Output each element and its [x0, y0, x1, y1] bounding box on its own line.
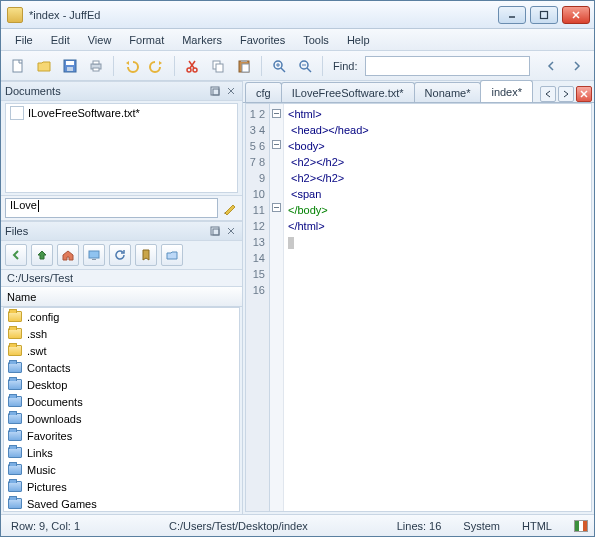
- zoom-out-button[interactable]: [294, 55, 316, 77]
- code-area[interactable]: <html> <head></head> <body> <h2></h2> <h…: [284, 104, 591, 511]
- clear-filter-icon[interactable]: [222, 200, 238, 216]
- copy-button[interactable]: [207, 55, 229, 77]
- cut-button[interactable]: [181, 55, 203, 77]
- menu-markers[interactable]: Markers: [174, 32, 230, 48]
- redo-button[interactable]: [146, 55, 168, 77]
- home-button[interactable]: [57, 244, 79, 266]
- flag-icon: [574, 520, 588, 532]
- find-next-button[interactable]: [566, 55, 588, 77]
- file-name: Links: [27, 447, 53, 459]
- file-row[interactable]: Documents: [4, 393, 239, 410]
- svg-line-21: [281, 68, 285, 72]
- document-item[interactable]: ILoveFreeSoftware.txt*: [6, 104, 237, 122]
- bookmark-button[interactable]: [135, 244, 157, 266]
- file-row[interactable]: Desktop: [4, 376, 239, 393]
- svg-rect-19: [242, 64, 249, 72]
- refresh-button[interactable]: [109, 244, 131, 266]
- code-editor[interactable]: 1 2 3 4 5 6 7 8 9 10 11 12 13 14 15 16 <…: [245, 103, 592, 512]
- undo-button[interactable]: [120, 55, 142, 77]
- tabs-scroll-left-button[interactable]: [540, 86, 556, 102]
- undock-icon[interactable]: [208, 224, 222, 238]
- menu-tools[interactable]: Tools: [295, 32, 337, 48]
- status-lines: Lines: 16: [393, 520, 446, 532]
- file-row[interactable]: Contacts: [4, 359, 239, 376]
- file-name: Pictures: [27, 481, 67, 493]
- documents-filter-input[interactable]: ILove: [5, 198, 218, 218]
- svg-rect-35: [89, 251, 99, 258]
- status-encoding[interactable]: System: [459, 520, 504, 532]
- find-input[interactable]: [365, 56, 530, 76]
- svg-rect-9: [93, 61, 99, 64]
- file-name: Saved Games: [27, 498, 97, 510]
- tabs-scroll-right-button[interactable]: [558, 86, 574, 102]
- files-column-header[interactable]: Name: [1, 287, 242, 307]
- maximize-button[interactable]: [530, 6, 558, 24]
- status-language[interactable]: HTML: [518, 520, 556, 532]
- file-row[interactable]: Saved Games: [4, 495, 239, 512]
- fold-column[interactable]: [270, 104, 284, 511]
- svg-rect-1: [541, 11, 548, 18]
- new-file-button[interactable]: [7, 55, 29, 77]
- folder-icon: [8, 430, 22, 441]
- file-row[interactable]: .ssh: [4, 325, 239, 342]
- menu-file[interactable]: File: [7, 32, 41, 48]
- close-button[interactable]: [562, 6, 590, 24]
- svg-rect-31: [211, 227, 219, 235]
- up-button[interactable]: [31, 244, 53, 266]
- save-button[interactable]: [59, 55, 81, 77]
- editor-tab[interactable]: ILoveFreeSoftware.txt*: [281, 82, 415, 102]
- paste-button[interactable]: [233, 55, 255, 77]
- new-folder-button[interactable]: [161, 244, 183, 266]
- files-panel-header: Files: [1, 221, 242, 241]
- menu-view[interactable]: View: [80, 32, 120, 48]
- toolbar-separator: [113, 56, 114, 76]
- documents-panel-header: Documents: [1, 81, 242, 101]
- file-row[interactable]: Music: [4, 461, 239, 478]
- menu-help[interactable]: Help: [339, 32, 378, 48]
- menu-edit[interactable]: Edit: [43, 32, 78, 48]
- file-row[interactable]: Links: [4, 444, 239, 461]
- documents-title: Documents: [5, 85, 61, 97]
- current-path[interactable]: C:/Users/Test: [1, 269, 242, 287]
- files-title: Files: [5, 225, 28, 237]
- menu-format[interactable]: Format: [121, 32, 172, 48]
- file-row[interactable]: Downloads: [4, 410, 239, 427]
- file-row[interactable]: Favorites: [4, 427, 239, 444]
- file-row[interactable]: Pictures: [4, 478, 239, 495]
- back-button[interactable]: [5, 244, 27, 266]
- print-button[interactable]: [85, 55, 107, 77]
- editor-tab[interactable]: Noname*: [414, 82, 482, 102]
- document-name: ILoveFreeSoftware.txt*: [28, 107, 140, 119]
- files-toolbar: [1, 241, 242, 269]
- svg-rect-4: [13, 60, 22, 72]
- statusbar: Row: 9, Col: 1 C:/Users/Test/Desktop/ind…: [1, 514, 594, 536]
- folder-icon: [8, 345, 22, 356]
- zoom-in-button[interactable]: [268, 55, 290, 77]
- svg-rect-27: [211, 87, 219, 95]
- desktop-button[interactable]: [83, 244, 105, 266]
- file-row[interactable]: .config: [4, 308, 239, 325]
- files-list[interactable]: .config.ssh.swtContactsDesktopDocumentsD…: [3, 307, 240, 512]
- close-panel-icon[interactable]: [224, 84, 238, 98]
- menu-favorites[interactable]: Favorites: [232, 32, 293, 48]
- undock-icon[interactable]: [208, 84, 222, 98]
- find-prev-button[interactable]: [540, 55, 562, 77]
- svg-point-12: [193, 68, 197, 72]
- app-window: *index - JuffEd File Edit View Format Ma…: [0, 0, 595, 537]
- file-name: Contacts: [27, 362, 70, 374]
- close-panel-icon[interactable]: [224, 224, 238, 238]
- svg-rect-28: [213, 89, 219, 95]
- editor-tab[interactable]: cfg: [245, 82, 282, 102]
- open-button[interactable]: [33, 55, 55, 77]
- svg-rect-32: [213, 229, 219, 235]
- minimize-button[interactable]: [498, 6, 526, 24]
- titlebar[interactable]: *index - JuffEd: [1, 1, 594, 29]
- documents-list[interactable]: ILoveFreeSoftware.txt*: [5, 103, 238, 193]
- toolbar-separator: [322, 56, 323, 76]
- tab-close-button[interactable]: [576, 86, 592, 102]
- file-row[interactable]: .swt: [4, 342, 239, 359]
- svg-rect-7: [67, 67, 73, 71]
- status-path: C:/Users/Test/Desktop/index: [98, 520, 379, 532]
- editor-tab[interactable]: index*: [480, 80, 533, 102]
- status-rowcol: Row: 9, Col: 1: [7, 520, 84, 532]
